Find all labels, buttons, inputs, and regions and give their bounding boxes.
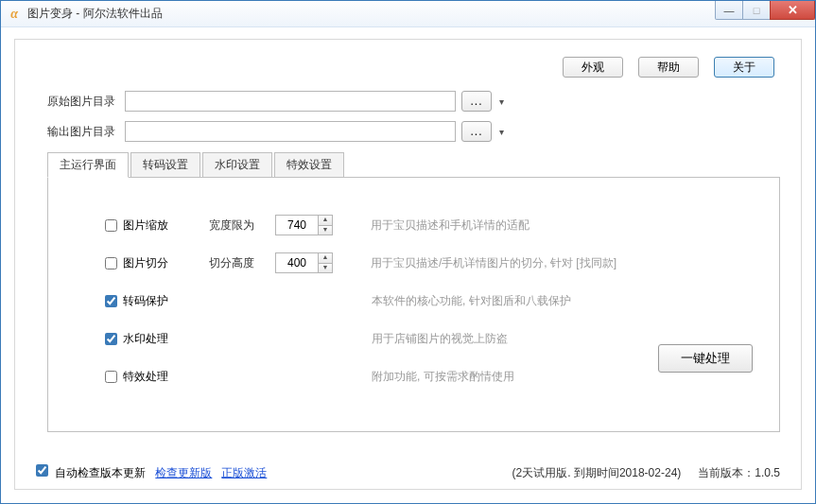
option-protect-hint: 本软件的核心功能, 针对图盾和八载保护 (372, 293, 571, 309)
auto-update-label: 自动检查版本更新 (55, 466, 146, 479)
option-split-row: 图片切分 切分高度 ▲ ▼ 用于宝贝描述/手机详情图片的切分, 针对 [找同款] (105, 244, 760, 282)
footer-left: 自动检查版本更新 检查更新版 正版激活 (36, 464, 267, 481)
source-browse-button[interactable]: ... (461, 91, 492, 112)
tab-transcode[interactable]: 转码设置 (130, 152, 200, 178)
option-watermark[interactable]: 水印处理 (105, 331, 209, 347)
spinner-down-icon[interactable]: ▼ (319, 225, 332, 235)
source-path-input[interactable] (125, 91, 456, 112)
option-effects-label: 特效处理 (123, 369, 168, 385)
output-path-label: 输出图片目录 (47, 124, 125, 140)
output-path-row: 输出图片目录 ... ▾ (36, 121, 780, 142)
tabs: 主运行界面 转码设置 水印设置 特效设置 图片缩放 宽度限为 ▲ (36, 151, 780, 432)
option-scale-hint: 用于宝贝描述和手机详情的适配 (371, 217, 530, 234)
footer-right: (2天试用版. 到期时间2018-02-24) 当前版本：1.0.5 (512, 465, 780, 481)
top-button-bar: 外观 帮助 关于 (36, 57, 780, 78)
tab-panel-main: 图片缩放 宽度限为 ▲ ▼ 用于宝贝描述和手机详情的适配 (47, 177, 780, 432)
check-update-link[interactable]: 检查更新版 (155, 465, 212, 481)
option-protect-label: 转码保护 (123, 293, 168, 309)
option-scale-row: 图片缩放 宽度限为 ▲ ▼ 用于宝贝描述和手机详情的适配 (105, 206, 760, 244)
spinner-buttons: ▲ ▼ (318, 216, 332, 235)
minimize-icon: ― (724, 5, 735, 16)
output-browse-button[interactable]: ... (461, 121, 492, 142)
option-scale-param-label: 宽度限为 (209, 217, 275, 234)
close-button[interactable]: ✕ (770, 1, 815, 20)
chevron-down-icon[interactable]: ▾ (499, 96, 504, 107)
version-text: 当前版本：1.0.5 (698, 465, 780, 481)
spinner-buttons: ▲ ▼ (318, 253, 332, 272)
option-watermark-checkbox[interactable] (105, 333, 117, 345)
auto-update[interactable]: 自动检查版本更新 (36, 464, 146, 481)
client-area: 外观 帮助 关于 原始图片目录 ... ▾ 输出图片目录 ... ▾ 主运行界面… (14, 39, 802, 490)
app-window: α 图片变身 - 阿尔法软件出品 ― □ ✕ 外观 帮助 关于 原始图片目录 .… (0, 0, 816, 504)
window-title: 图片变身 - 阿尔法软件出品 (27, 6, 163, 22)
source-path-label: 原始图片目录 (47, 94, 125, 110)
tab-watermark[interactable]: 水印设置 (202, 152, 272, 178)
option-split-param-label: 切分高度 (209, 255, 275, 271)
output-path-input[interactable] (125, 121, 456, 142)
split-height-input[interactable] (276, 253, 318, 272)
option-scale-label: 图片缩放 (123, 217, 168, 234)
process-button[interactable]: 一键处理 (658, 344, 753, 373)
window-controls: ― □ ✕ (716, 1, 815, 20)
close-icon: ✕ (788, 3, 798, 17)
option-protect[interactable]: 转码保护 (105, 293, 209, 309)
source-path-row: 原始图片目录 ... ▾ (36, 91, 780, 112)
help-button[interactable]: 帮助 (638, 57, 699, 78)
option-protect-checkbox[interactable] (105, 295, 117, 307)
appearance-button[interactable]: 外观 (563, 57, 623, 78)
option-split-checkbox[interactable] (105, 257, 117, 269)
chevron-down-icon[interactable]: ▾ (499, 127, 504, 137)
activate-link[interactable]: 正版激活 (221, 465, 267, 481)
app-icon: α (7, 7, 22, 22)
split-height-spinner[interactable]: ▲ ▼ (275, 252, 333, 273)
trial-text: (2天试用版. 到期时间2018-02-24) (512, 465, 682, 481)
option-scale-checkbox[interactable] (105, 219, 117, 232)
spinner-up-icon[interactable]: ▲ (319, 253, 332, 263)
option-effects-hint: 附加功能, 可按需求酌情使用 (372, 369, 514, 385)
minimize-button[interactable]: ― (715, 1, 743, 20)
maximize-icon: □ (754, 5, 760, 16)
auto-update-checkbox[interactable] (36, 464, 48, 477)
option-split-hint: 用于宝贝描述/手机详情图片的切分, 针对 [找同款] (371, 255, 616, 271)
tab-row: 主运行界面 转码设置 水印设置 特效设置 (47, 152, 780, 178)
spinner-up-icon[interactable]: ▲ (319, 216, 332, 225)
spinner-down-icon[interactable]: ▼ (319, 263, 332, 272)
tab-effects[interactable]: 特效设置 (274, 152, 344, 178)
option-scale[interactable]: 图片缩放 (105, 217, 209, 234)
option-effects[interactable]: 特效处理 (105, 369, 209, 385)
about-button[interactable]: 关于 (714, 57, 774, 78)
option-watermark-hint: 用于店铺图片的视觉上防盗 (372, 331, 508, 347)
titlebar: α 图片变身 - 阿尔法软件出品 ― □ ✕ (1, 1, 815, 27)
option-watermark-label: 水印处理 (123, 331, 168, 347)
option-split[interactable]: 图片切分 (105, 255, 209, 271)
scale-width-spinner[interactable]: ▲ ▼ (275, 215, 333, 235)
option-split-label: 图片切分 (123, 255, 168, 271)
maximize-button[interactable]: □ (742, 1, 771, 20)
option-effects-checkbox[interactable] (105, 371, 117, 383)
option-protect-row: 转码保护 本软件的核心功能, 针对图盾和八载保护 (105, 282, 760, 320)
footer: 自动检查版本更新 检查更新版 正版激活 (2天试用版. 到期时间2018-02-… (36, 464, 780, 481)
scale-width-input[interactable] (276, 216, 318, 235)
tab-main[interactable]: 主运行界面 (47, 152, 129, 178)
